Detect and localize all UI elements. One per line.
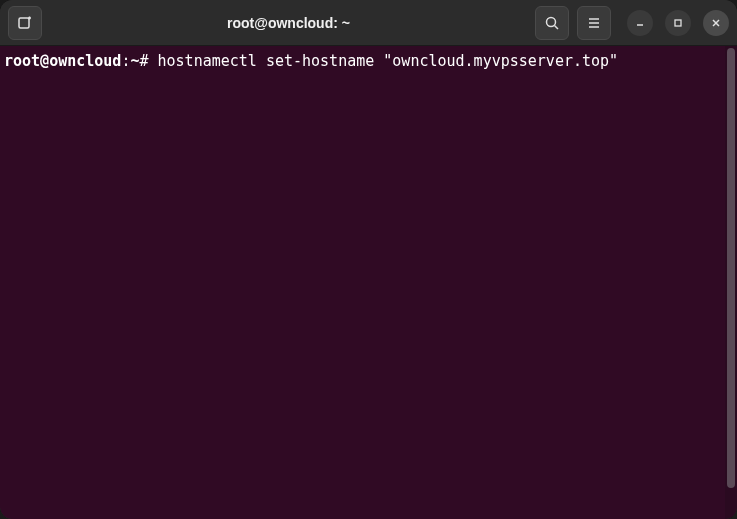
terminal-area[interactable]: root@owncloud:~# hostnamectl set-hostnam… [0, 46, 737, 519]
minimize-icon [635, 18, 645, 28]
menu-icon [586, 15, 602, 31]
terminal-window: root@owncloud: ~ [0, 0, 737, 519]
minimize-button[interactable] [627, 10, 653, 36]
menu-button[interactable] [577, 6, 611, 40]
prompt-user: root@owncloud [4, 52, 121, 70]
search-button[interactable] [535, 6, 569, 40]
svg-rect-0 [19, 18, 29, 28]
maximize-icon [673, 18, 683, 28]
svg-point-3 [547, 17, 556, 26]
close-button[interactable] [703, 10, 729, 36]
scrollbar-thumb[interactable] [727, 48, 735, 488]
search-icon [544, 15, 560, 31]
titlebar: root@owncloud: ~ [0, 0, 737, 46]
svg-line-4 [555, 25, 559, 29]
window-title: root@owncloud: ~ [50, 15, 527, 31]
new-tab-button[interactable] [8, 6, 42, 40]
window-controls [627, 10, 729, 36]
prompt-symbol: # [139, 52, 157, 70]
svg-rect-9 [675, 20, 681, 26]
new-tab-icon [17, 15, 33, 31]
scrollbar-track[interactable] [725, 46, 737, 519]
terminal-content[interactable]: root@owncloud:~# hostnamectl set-hostnam… [0, 46, 725, 519]
maximize-button[interactable] [665, 10, 691, 36]
close-icon [711, 18, 721, 28]
command-text: hostnamectl set-hostname "owncloud.myvps… [158, 52, 619, 70]
